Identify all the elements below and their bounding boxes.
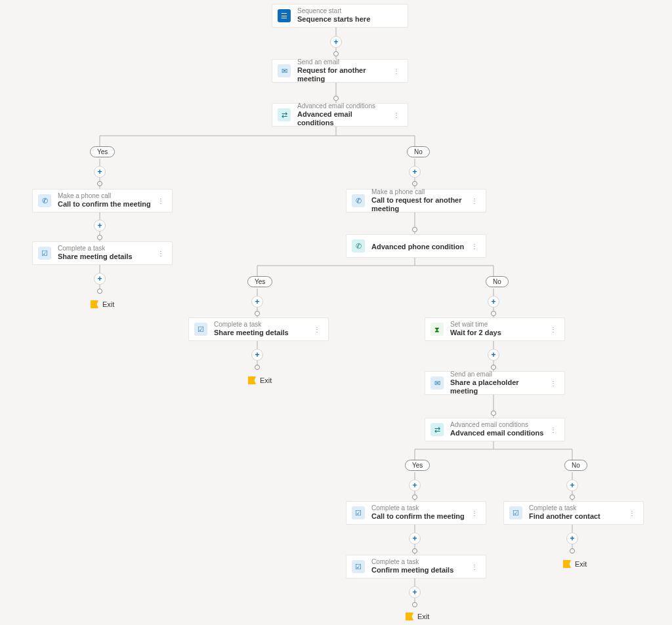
node-menu-button[interactable]: ⋮ <box>469 243 480 250</box>
node-menu-button[interactable]: ⋮ <box>469 563 480 571</box>
connector-terminator <box>570 494 575 500</box>
exit-flag-icon <box>248 376 256 384</box>
add-step-button[interactable]: + <box>251 296 263 308</box>
branch-no-pill[interactable]: No <box>564 460 587 471</box>
node-menu-button[interactable]: ⋮ <box>390 68 402 75</box>
phone-icon: ✆ <box>352 194 365 207</box>
connector-terminator <box>97 235 102 240</box>
connector-terminator <box>412 602 417 607</box>
node-subtitle: Complete a task <box>371 504 465 512</box>
node-menu-button[interactable]: ⋮ <box>469 510 480 517</box>
exit-label: Exit <box>575 560 587 568</box>
node-title: Share meeting details <box>214 329 289 337</box>
add-step-button[interactable]: + <box>488 296 499 308</box>
node-title: Advanced email conditions <box>450 429 543 437</box>
connector-terminator <box>97 289 102 294</box>
task-icon: ☑ <box>509 506 522 519</box>
node-phone-call[interactable]: ✆ Make a phone call Call to confirm the … <box>32 189 173 212</box>
node-title: Confirm meeting details <box>371 566 453 575</box>
connector-terminator <box>333 96 339 101</box>
node-menu-button[interactable]: ⋮ <box>390 111 402 119</box>
exit-label: Exit <box>417 613 429 620</box>
node-complete-task[interactable]: ☑ Complete a task Confirm meeting detail… <box>346 555 486 578</box>
node-subtitle: Complete a task <box>214 321 289 329</box>
sequence-start-icon: ☰ <box>278 9 291 22</box>
exit-marker: Exit <box>248 376 272 384</box>
task-icon: ☑ <box>38 247 51 260</box>
email-icon: ✉ <box>430 376 444 390</box>
node-menu-button[interactable]: ⋮ <box>155 250 167 257</box>
node-send-email[interactable]: ✉ Send an email Share a placeholder meet… <box>425 371 565 395</box>
connector-terminator <box>412 181 417 186</box>
add-step-button[interactable]: + <box>409 166 421 178</box>
node-subtitle: Send an email <box>450 371 547 378</box>
node-complete-task[interactable]: ☑ Complete a task Share meeting details … <box>32 241 173 265</box>
node-complete-task[interactable]: ☑ Complete a task Share meeting details … <box>188 317 329 341</box>
node-wait[interactable]: ⧗ Set wait time Wait for 2 days ⋮ <box>425 317 565 341</box>
exit-flag-icon <box>91 300 98 308</box>
node-title: Call to confirm the meeting <box>58 200 151 209</box>
node-title: Call to confirm the meeting <box>371 512 465 521</box>
node-send-email[interactable]: ✉ Send an email Request for another meet… <box>272 59 408 83</box>
connector-terminator <box>333 51 339 56</box>
task-icon: ☑ <box>352 506 365 519</box>
phone-condition-icon: ✆ <box>352 239 365 252</box>
node-menu-button[interactable]: ⋮ <box>547 326 559 333</box>
connector-terminator <box>412 548 417 554</box>
add-step-button[interactable]: + <box>94 273 106 285</box>
node-phone-call[interactable]: ✆ Make a phone call Call to request for … <box>346 189 486 212</box>
node-subtitle: Complete a task <box>58 245 133 252</box>
connector-terminator <box>491 365 496 370</box>
node-title: Share meeting details <box>58 252 133 261</box>
add-step-button[interactable]: + <box>94 220 106 232</box>
connector-terminator <box>412 494 417 500</box>
node-menu-button[interactable]: ⋮ <box>626 510 638 517</box>
add-step-button[interactable]: + <box>409 479 421 491</box>
condition-icon: ⇄ <box>430 423 444 436</box>
connector-terminator <box>491 411 496 416</box>
connector-terminator <box>491 311 496 316</box>
add-step-button[interactable]: + <box>409 533 421 544</box>
branch-yes-pill[interactable]: Yes <box>247 276 272 287</box>
node-menu-button[interactable]: ⋮ <box>469 197 480 205</box>
node-subtitle: Set wait time <box>450 321 501 329</box>
add-step-button[interactable]: + <box>409 586 421 598</box>
node-email-condition[interactable]: ⇄ Advanced email conditions Advanced ema… <box>425 418 565 441</box>
exit-marker: Exit <box>91 300 114 308</box>
node-complete-task[interactable]: ☑ Complete a task Call to confirm the me… <box>346 501 486 525</box>
node-subtitle: Complete a task <box>371 558 453 566</box>
add-step-button[interactable]: + <box>94 166 106 178</box>
add-step-button[interactable]: + <box>566 479 578 491</box>
add-step-button[interactable]: + <box>488 349 499 361</box>
node-subtitle: Advanced email conditions <box>450 421 543 429</box>
node-email-condition[interactable]: ⇄ Advanced email conditions Advanced ema… <box>272 103 408 127</box>
exit-flag-icon <box>563 560 571 568</box>
add-step-button[interactable]: + <box>251 349 263 361</box>
node-subtitle: Sequence start <box>297 7 370 15</box>
node-complete-task[interactable]: ☑ Complete a task Find another contact ⋮ <box>503 501 644 525</box>
connector-terminator <box>255 311 260 316</box>
exit-marker: Exit <box>406 613 429 620</box>
node-menu-button[interactable]: ⋮ <box>547 380 559 387</box>
branch-no-pill[interactable]: No <box>486 276 509 287</box>
node-subtitle: Advanced email conditions <box>297 102 390 110</box>
node-menu-button[interactable]: ⋮ <box>155 197 167 205</box>
node-subtitle: Complete a task <box>529 504 600 512</box>
node-title: Advanced phone condition <box>371 243 464 251</box>
node-phone-condition[interactable]: ✆ Advanced phone condition ⋮ <box>346 234 486 258</box>
hourglass-icon: ⧗ <box>430 323 444 336</box>
add-step-button[interactable]: + <box>566 533 578 544</box>
add-step-button[interactable]: + <box>330 36 342 48</box>
flow-connectors <box>0 0 672 625</box>
branch-no-pill[interactable]: No <box>407 146 430 157</box>
connector-terminator <box>255 365 260 370</box>
node-subtitle: Make a phone call <box>58 192 151 200</box>
node-sequence-start[interactable]: ☰ Sequence start Sequence starts here <box>272 4 408 28</box>
email-icon: ✉ <box>278 64 291 77</box>
node-menu-button[interactable]: ⋮ <box>311 326 323 333</box>
branch-yes-pill[interactable]: Yes <box>90 146 115 157</box>
node-menu-button[interactable]: ⋮ <box>547 426 559 433</box>
exit-flag-icon <box>406 613 413 620</box>
node-title: Advanced email conditions <box>297 110 390 127</box>
branch-yes-pill[interactable]: Yes <box>405 460 430 471</box>
